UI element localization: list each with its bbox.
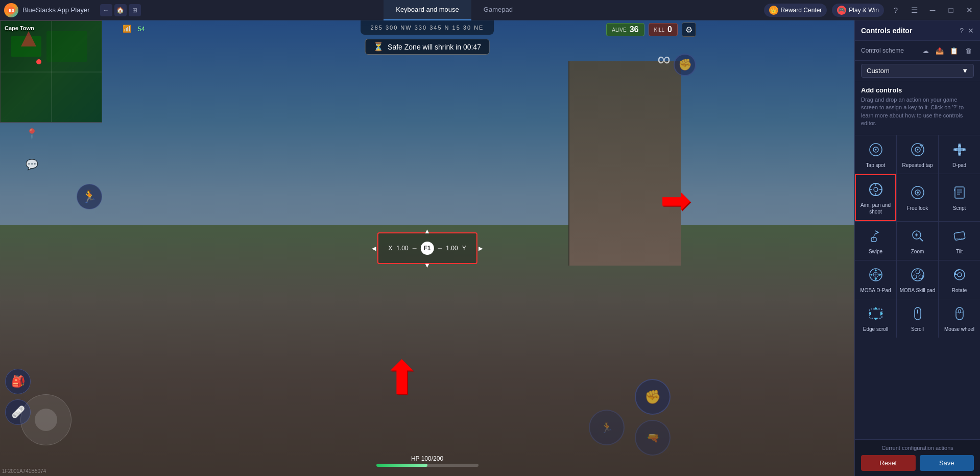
red-arrow-right: ➡ [660,179,691,222]
control-mouse-wheel[interactable]: Mouse wheel [939,299,980,338]
aim-control-inner: X 1.00 ─ F1 ─ 1.00 Y [388,242,466,255]
home-button[interactable]: 🏠 [114,4,127,16]
run-icon-btn[interactable]: 🏃 [77,184,102,209]
controls-grid: Tap spot Repeated tap [855,135,980,338]
shooter-btn-2[interactable]: 🔫 [635,420,671,456]
red-arrow-up: ⬆ [383,351,421,404]
scheme-select[interactable]: Custom ▼ [861,64,974,78]
x-label: X [388,245,392,252]
tab-keyboard-mouse[interactable]: Keyboard and mouse [384,0,471,20]
aim-control-box[interactable]: ▲ ▼ ◀ ▶ X 1.00 ─ F1 ─ 1.00 Y [377,232,477,264]
control-dpad[interactable]: D-pad [939,135,980,174]
scheme-delete-btn[interactable]: 🗑 [963,45,974,56]
svg-point-13 [917,149,918,150]
back-button[interactable]: ← [100,4,112,16]
scroll-label: Scroll [911,326,924,332]
close-button[interactable]: ✕ [963,4,976,17]
arrow-left-indicator: ◀ [372,245,376,252]
svg-rect-33 [871,237,876,242]
panel-help-btn[interactable]: ? [960,27,964,35]
control-repeated-tap[interactable]: Repeated tap [897,135,938,174]
chat-icon[interactable]: 💬 [26,158,38,171]
svg-marker-46 [870,273,872,276]
control-script[interactable]: Script [939,174,980,221]
svg-rect-3 [46,31,87,62]
aim-pan-shoot-icon [867,180,885,199]
svg-point-53 [958,273,962,277]
svg-point-28 [917,192,919,194]
x-value: 1.00 [396,245,408,252]
free-look-label: Free look [907,205,928,211]
control-moba-dpad[interactable]: MOBA D-Pad [855,260,896,299]
hp-fill [376,464,427,467]
control-zoom[interactable]: Zoom [897,222,938,260]
aim-pan-shoot-label: Aim, pan and shoot [858,202,893,215]
svg-point-21 [874,187,878,192]
tab-gamepad[interactable]: Gamepad [471,0,525,20]
play-win-button[interactable]: 🎮 Play & Win [832,4,884,17]
control-moba-skill-pad[interactable]: MOBA Skill pad [897,260,938,299]
menu-button[interactable]: ☰ [907,4,921,17]
minimize-button[interactable]: ─ [926,4,939,17]
maximize-button[interactable]: □ [944,4,958,17]
svg-marker-47 [879,273,881,276]
alive-label: ALIVE [612,27,626,33]
scheme-upload-btn[interactable]: ☁ [920,45,931,56]
kill-label: KILL [654,27,665,33]
scroll-icon [909,304,927,323]
shooter-btn-1[interactable]: 🏃 [589,410,625,445]
shooter-circle-1: 🏃 [589,410,625,445]
moba-dpad-label: MOBA D-Pad [860,287,891,294]
rotate-label: Rotate [952,287,967,294]
repeated-tap-label: Repeated tap [902,162,933,169]
control-edge-scroll[interactable]: Edge scroll [855,299,896,338]
fist-icon-top[interactable]: ✊ [674,54,696,76]
tilt-icon [950,227,969,245]
control-rotate[interactable]: Rotate [939,260,980,299]
save-button[interactable]: Save [920,455,974,471]
svg-marker-44 [874,269,877,271]
minimap-svg [1,21,102,123]
svg-point-6 [36,59,41,64]
mouse-wheel-icon [950,304,969,323]
script-label: Script [953,205,966,211]
compass: 285 300 NW 330 345 N 15 30 NE [361,20,494,35]
help-button[interactable]: ? [889,4,902,17]
svg-point-10 [875,149,876,150]
svg-rect-38 [953,231,965,240]
reward-center-button[interactable]: 👑 Reward Center [764,4,827,17]
free-look-icon [909,183,927,202]
panel-close-btn[interactable]: ✕ [968,27,974,35]
repeated-tap-icon [909,140,927,159]
shooter-circle-2: 🔫 [635,420,671,456]
wifi-icon: 📶 [123,25,131,33]
control-tap-spot[interactable]: Tap spot [855,135,896,174]
scheme-actions: ☁ 📤 📋 🗑 [920,45,974,56]
control-tilt[interactable]: Tilt [939,222,980,260]
y-value: 1.00 [446,245,458,252]
zoom-icon [909,227,927,245]
swipe-icon [867,227,885,245]
settings-gear-btn[interactable]: ⚙ [682,22,696,37]
bag-icon-btn[interactable]: 🎒 [5,369,31,394]
control-swipe[interactable]: Swipe [855,222,896,260]
joystick-inner [35,409,57,431]
window-controls: ← 🏠 ⊞ [100,4,141,16]
app-name-label: BlueStacks App Player [22,6,90,14]
scheme-download-btn[interactable]: 📤 [934,45,945,56]
add-controls-title: Add controls [861,86,974,94]
control-aim-pan-shoot[interactable]: Aim, pan and shoot [855,174,896,221]
fist-btn[interactable]: ✊ [635,379,671,415]
minimap[interactable]: Cape Town [0,20,102,123]
reset-button[interactable]: Reset [861,455,916,471]
location-icon[interactable]: 📍 [26,128,38,140]
joystick-outer [20,394,71,445]
moba-dpad-icon [867,266,885,284]
control-scroll[interactable]: Scroll [897,299,938,338]
joystick-container[interactable] [20,394,71,445]
kill-stat: KILL 0 [649,23,678,36]
controls-panel: Controls editor ? ✕ Control scheme ☁ 📤 📋… [854,20,980,476]
control-free-look[interactable]: Free look [897,174,938,221]
multiinstance-button[interactable]: ⊞ [129,4,141,16]
scheme-copy-btn[interactable]: 📋 [948,45,960,56]
